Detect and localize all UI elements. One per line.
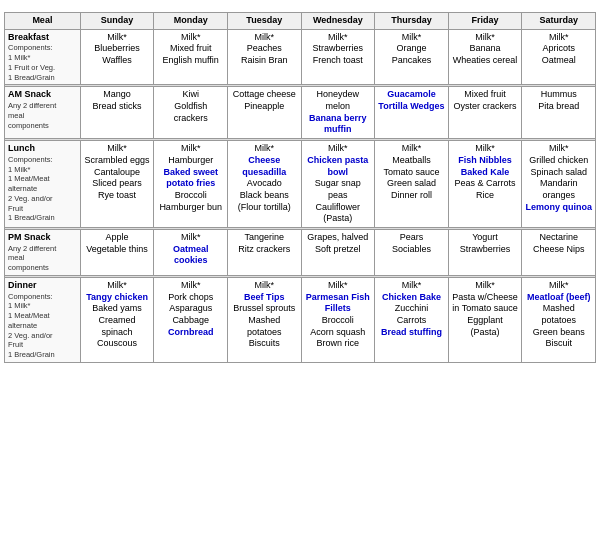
meal-item: Sliced pears	[84, 178, 151, 190]
meal-item: Apricots	[525, 43, 592, 55]
day-cell: HummusPita bread	[522, 87, 596, 139]
day-cell: PearsSociables	[375, 229, 449, 275]
col-header-thursday: Thursday	[375, 13, 449, 30]
meal-item: Milk*	[525, 280, 592, 292]
meal-item: Milk*	[452, 32, 519, 44]
meal-item: Pancakes	[378, 55, 445, 67]
meal-item: Brussel sprouts	[231, 303, 298, 315]
col-header-monday: Monday	[154, 13, 228, 30]
meal-item: Peas & Carrots	[452, 178, 519, 190]
day-cell: Milk*Chicken pasta bowlSugar snap peasCa…	[301, 141, 375, 228]
meal-row-lunch: LunchComponents: 1 Milk* 1 Meat/Meat alt…	[5, 141, 596, 228]
meal-components: Any 2 different meal components	[8, 101, 77, 130]
meal-item: Tortilla Wedges	[378, 101, 445, 113]
day-cell: MangoBread sticks	[80, 87, 154, 139]
meal-item: Pita bread	[525, 101, 592, 113]
meal-item: Pasta w/Cheese	[452, 292, 519, 304]
day-cell: Grapes, halvedSoft pretzel	[301, 229, 375, 275]
meal-item: Honeydew melon	[305, 89, 372, 112]
meal-item: Black beans	[231, 190, 298, 202]
meal-components: Any 2 different meal components	[8, 244, 77, 273]
meal-label-lunch: LunchComponents: 1 Milk* 1 Meat/Meat alt…	[5, 141, 81, 228]
day-cell: Milk*Chicken BakeZucchiniCarrotsBread st…	[375, 277, 449, 362]
meal-item: Chicken pasta bowl	[305, 155, 372, 178]
meal-item: Scrambled eggs	[84, 155, 151, 167]
meal-item: Rice	[452, 190, 519, 202]
meal-item: Cheese quesadilla	[231, 155, 298, 178]
meal-item: Milk*	[305, 280, 372, 292]
meal-item: Milk*	[525, 143, 592, 155]
meal-item: Meatballs	[378, 155, 445, 167]
meal-item: Raisin Bran	[231, 55, 298, 67]
day-cell: Cottage cheesePineapple	[227, 87, 301, 139]
meal-item: Blueberries	[84, 43, 151, 55]
meal-item: Ritz crackers	[231, 244, 298, 256]
col-header-saturday: Saturday	[522, 13, 596, 30]
meal-item: Baked Kale	[452, 167, 519, 179]
meal-item: Milk*	[305, 143, 372, 155]
meal-item: Cornbread	[157, 327, 224, 339]
meal-item: Broccoli	[305, 315, 372, 327]
day-cell: Mixed fruitOyster crackers	[448, 87, 522, 139]
meal-item: Mashed potatoes	[525, 303, 592, 326]
meal-item: Cauliflower	[305, 202, 372, 214]
day-cell: GuacamoleTortilla Wedges	[375, 87, 449, 139]
meal-item: (Pasta)	[452, 327, 519, 339]
page-wrapper: Meal Sunday Monday Tuesday Wednesday Thu…	[0, 0, 600, 367]
meal-item: Sugar snap peas	[305, 178, 372, 201]
meal-item: Wheaties cereal	[452, 55, 519, 67]
meal-item: Lemony quinoa	[525, 202, 592, 214]
meal-row-dinner: DinnerComponents: 1 Milk* 1 Meat/Meat al…	[5, 277, 596, 362]
col-header-friday: Friday	[448, 13, 522, 30]
meal-item: Milk*	[378, 280, 445, 292]
day-cell: Milk*Fish NibblesBaked KalePeas & Carrot…	[448, 141, 522, 228]
meal-item: Oyster crackers	[452, 101, 519, 113]
day-cell: Milk*Scrambled eggsCantaloupeSliced pear…	[80, 141, 154, 228]
day-cell: TangerineRitz crackers	[227, 229, 301, 275]
meal-item: Banana	[452, 43, 519, 55]
meal-item: Vegetable thins	[84, 244, 151, 256]
meal-item: French toast	[305, 55, 372, 67]
meal-item: Green beans	[525, 327, 592, 339]
meal-item: Banana berry muffin	[305, 113, 372, 136]
meal-item: Creamed spinach	[84, 315, 151, 338]
day-cell: Milk*Pasta w/Cheesein Tomato sauceEggpla…	[448, 277, 522, 362]
meal-components: Components: 1 Milk* 1 Fruit or Veg. 1 Br…	[8, 43, 77, 82]
meal-item: Orange	[378, 43, 445, 55]
meal-item: Guacamole	[378, 89, 445, 101]
meal-item: in Tomato sauce	[452, 303, 519, 315]
meal-label-am-snack: AM SnackAny 2 different meal components	[5, 87, 81, 139]
meal-item: Sociables	[378, 244, 445, 256]
day-cell: Milk*Parmesan Fish FilletsBroccoliAcorn …	[301, 277, 375, 362]
day-cell: Milk*BananaWheaties cereal	[448, 29, 522, 85]
meal-item: Biscuits	[231, 338, 298, 350]
meal-plan-table: Meal Sunday Monday Tuesday Wednesday Thu…	[4, 12, 596, 363]
meal-components: Components: 1 Milk* 1 Meat/Meat alternat…	[8, 292, 77, 360]
meal-item: Milk*	[378, 32, 445, 44]
meal-row-breakfast: BreakfastComponents: 1 Milk* 1 Fruit or …	[5, 29, 596, 85]
meal-item: Milk*	[84, 143, 151, 155]
meal-item: Biscuit	[525, 338, 592, 350]
meal-item: Milk*	[231, 143, 298, 155]
meal-item: Pineapple	[231, 101, 298, 113]
meal-item: Grilled chicken	[525, 155, 592, 167]
meal-label-pm-snack: PM SnackAny 2 different meal components	[5, 229, 81, 275]
day-cell: AppleVegetable thins	[80, 229, 154, 275]
meal-item: Waffles	[84, 55, 151, 67]
meal-item: Baked yams	[84, 303, 151, 315]
meal-row-am-snack: AM SnackAny 2 different meal componentsM…	[5, 87, 596, 139]
meal-item: Nectarine	[525, 232, 592, 244]
day-cell: Milk*Mixed fruitEnglish muffin	[154, 29, 228, 85]
meal-item: Hamburger bun	[157, 202, 224, 214]
day-cell: Milk*Cheese quesadillaAvocadoBlack beans…	[227, 141, 301, 228]
meal-item: Asparagus	[157, 303, 224, 315]
meal-item: Tomato sauce	[378, 167, 445, 179]
col-header-tuesday: Tuesday	[227, 13, 301, 30]
meal-item: Goldfish crackers	[157, 101, 224, 124]
meal-item: Milk*	[378, 143, 445, 155]
meal-item: Grapes, halved	[305, 232, 372, 244]
meal-item: Cabbage	[157, 315, 224, 327]
meal-item: Mango	[84, 89, 151, 101]
meal-item: Milk*	[525, 32, 592, 44]
day-cell: KiwiGoldfish crackers	[154, 87, 228, 139]
